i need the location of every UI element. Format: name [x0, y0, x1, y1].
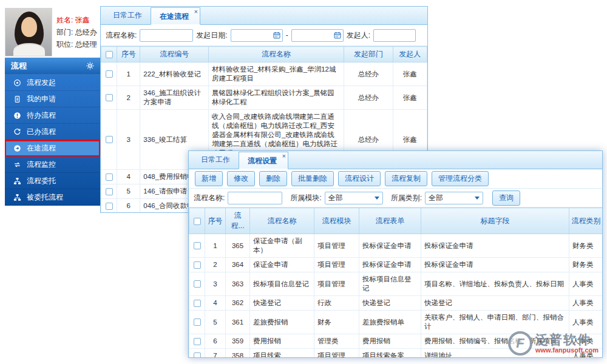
tab-label: 在途流程	[160, 12, 189, 21]
select-all-checkbox[interactable]	[194, 218, 201, 225]
col-header-initiator[interactable]: 发起人	[393, 47, 427, 62]
process-name-input[interactable]	[140, 29, 193, 42]
table-row[interactable]: 1 365 保证金申请（副本） 项目管理 投标保证金申请 投标保证金申请 财务类	[189, 234, 603, 258]
table-row[interactable]: 1 222_材料验收登记 材料验收登记_材料采购_张鑫_华润12城房建工程项目 …	[101, 62, 427, 86]
col-header-no[interactable]: 序号	[117, 47, 140, 62]
calendar-icon	[334, 32, 341, 39]
table-row[interactable]: 2 346_施工组织设计方案申请 晨铭园林绿化工程组织设计方案_晨铭园林绿化工程…	[101, 86, 427, 110]
table-row[interactable]: 4 362 快递登记 行政 快递登记 快递登记 人事类	[189, 296, 603, 311]
col-header-fields[interactable]: 标题字段	[421, 208, 569, 234]
sidebar-header: 流程	[5, 58, 100, 75]
col-header-module[interactable]: 流程模块	[314, 208, 359, 234]
profile-name: 姓名: 张鑫	[56, 15, 97, 25]
profile-name-value: 张鑫	[75, 16, 90, 24]
tab-daily-work[interactable]: 日常工作	[104, 7, 151, 24]
row-checkbox[interactable]	[106, 94, 113, 101]
start-date-to-input[interactable]	[291, 29, 344, 42]
settings-toolbar: 新增 修改 删除 批量删除 流程设计 流程复制 管理流程分类	[189, 169, 602, 189]
row-checkbox[interactable]	[194, 300, 201, 307]
chevron-down-icon	[475, 197, 480, 200]
row-checkbox[interactable]	[106, 174, 113, 181]
profile-dept-label: 部门:	[56, 28, 73, 36]
profile-info: 姓名: 张鑫 部门: 总经办 职位: 总经理	[56, 15, 97, 49]
process-design-button[interactable]: 流程设计	[338, 171, 381, 186]
settings-tabbar: 日常工作 流程设置×	[189, 151, 602, 169]
sidebar-item-pending-processes[interactable]: 待办流程	[5, 107, 100, 124]
delete-button[interactable]: 删除	[259, 171, 287, 186]
col-header-category[interactable]: 流程类别	[569, 208, 603, 234]
start-date-from-input[interactable]	[231, 29, 283, 42]
org-chart-icon	[13, 194, 21, 201]
table-row[interactable]: 3 363 投标项目信息登记 项目管理 投标项目信息登记 项目名称、详细地址、投…	[189, 272, 603, 296]
row-checkbox[interactable]	[194, 352, 201, 358]
user-profile-card: 姓名: 张鑫 部门: 总经办 职位: 总经理	[5, 6, 100, 58]
row-checkbox[interactable]	[106, 188, 113, 195]
row-checkbox[interactable]	[106, 203, 113, 210]
alert-icon	[13, 112, 21, 120]
calendar-icon	[273, 32, 280, 39]
search-button[interactable]: 查询	[492, 190, 520, 206]
edit-button[interactable]: 修改	[227, 171, 255, 186]
table-row[interactable]: 2 364 保证金申请 项目管理 投标保证金申请 投标保证金申请 财务类	[189, 258, 603, 272]
sidebar-item-delegated-processes[interactable]: 被委托流程	[5, 189, 100, 206]
row-checkbox[interactable]	[194, 261, 201, 269]
select-all-checkbox[interactable]	[106, 51, 113, 58]
sidebar-item-my-applications[interactable]: 我的申请	[5, 91, 100, 107]
sidebar-item-process-start[interactable]: 流程发起	[5, 75, 100, 91]
process-name-label: 流程名称:	[106, 30, 137, 41]
initiator-input[interactable]	[373, 29, 416, 42]
process-name-label: 流程名称:	[194, 193, 225, 203]
row-checkbox[interactable]	[106, 70, 113, 78]
col-header-name[interactable]: 流程名称	[250, 208, 314, 234]
sidebar-item-process-delegation[interactable]: 流程委托	[5, 173, 100, 189]
row-checkbox[interactable]	[194, 338, 201, 345]
gear-icon[interactable]	[86, 62, 94, 70]
module-select-value: 全部	[328, 193, 343, 203]
sidebar-item-label: 流程委托	[27, 176, 56, 186]
col-header-form[interactable]: 流程表单	[359, 208, 421, 234]
tab-label: 日常工作	[201, 155, 230, 164]
tab-process-settings[interactable]: 流程设置×	[239, 152, 288, 169]
sync-icon	[13, 161, 21, 169]
sidebar-item-process-monitoring[interactable]: 流程监控	[5, 157, 100, 173]
close-tab-icon[interactable]: ×	[282, 152, 286, 160]
row-checkbox[interactable]	[194, 318, 201, 326]
col-header-code[interactable]: 流程编号	[140, 47, 209, 62]
main-tabbar: 日常工作 在途流程×	[101, 7, 427, 25]
document-icon	[13, 95, 21, 103]
sidebar-item-in-transit-processes[interactable]: 在途流程	[5, 140, 100, 157]
close-tab-icon[interactable]: ×	[194, 8, 198, 15]
profile-title-value: 总经理	[75, 40, 97, 49]
process-copy-button[interactable]: 流程复制	[385, 171, 427, 186]
table-row[interactable]: 5 361 差旅费报销 财务 差旅费报销单 关联客户、报销人、申请日期、部门、报…	[189, 311, 603, 334]
main-filterbar: 流程名称: 发起日期: - 发起人:	[101, 25, 427, 46]
sidebar-item-completed-processes[interactable]: 已办流程	[5, 124, 100, 140]
col-header-no[interactable]: 序号	[205, 208, 226, 234]
module-select[interactable]: 全部	[325, 192, 383, 204]
table-row[interactable]: 7 358 项目线索 项目管理 项目线索备案 详细地址 人事类	[189, 349, 603, 359]
table-header-row: 序号 流程编号 流程名称 发起部门 发起人	[101, 47, 427, 62]
tab-in-transit[interactable]: 在途流程×	[151, 7, 200, 25]
tab-daily-work[interactable]: 日常工作	[192, 151, 239, 169]
row-checkbox[interactable]	[106, 136, 113, 143]
table-row[interactable]: 6 359 费用报销 管理类 费用报销 费用报销、报销编号、报销名称、所属项目 …	[189, 334, 603, 349]
manage-category-button[interactable]: 管理流程分类	[432, 171, 489, 186]
profile-title: 职位: 总经理	[56, 39, 97, 49]
initiator-label: 发起人:	[347, 30, 370, 41]
col-header-dept[interactable]: 发起部门	[344, 47, 393, 62]
sidebar-item-label: 在途流程	[27, 143, 56, 153]
category-select[interactable]: 全部	[425, 192, 483, 204]
sidebar-item-label: 已办流程	[27, 127, 56, 137]
tab-label: 流程设置	[248, 157, 277, 165]
row-checkbox[interactable]	[194, 280, 201, 288]
add-button[interactable]: 新增	[195, 171, 223, 186]
sidebar-item-label: 被委托流程	[27, 192, 63, 203]
start-date-label: 发起日期:	[196, 30, 227, 41]
org-chart-icon	[13, 177, 21, 185]
col-header-name[interactable]: 流程名称	[208, 47, 344, 62]
col-header-code[interactable]: 流程...	[226, 208, 250, 234]
row-checkbox[interactable]	[194, 242, 201, 249]
module-label: 所属模块:	[290, 193, 321, 203]
batch-delete-button[interactable]: 批量删除	[291, 171, 334, 186]
process-name-input[interactable]	[228, 192, 282, 204]
